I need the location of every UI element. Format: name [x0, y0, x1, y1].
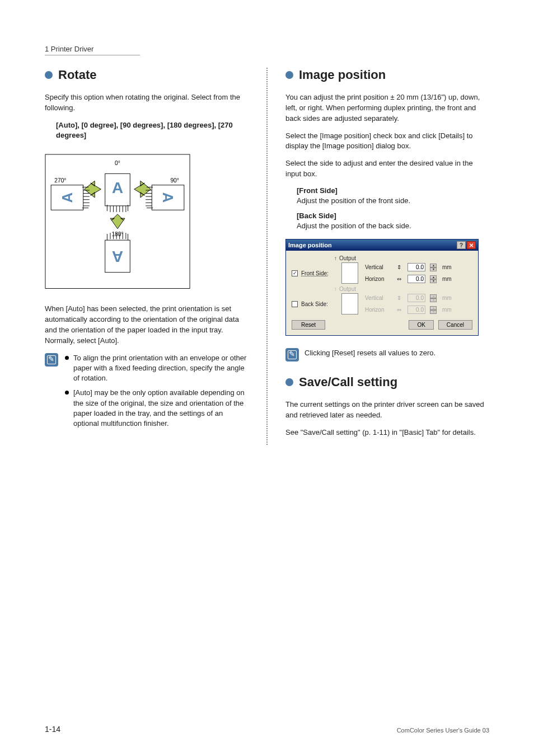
rotate-title: Rotate	[58, 68, 96, 82]
leftright-icon: ⇔	[395, 276, 403, 282]
spin-up-icon: ▴	[430, 294, 437, 298]
svg-text:A: A	[112, 248, 123, 265]
right-column: Image position You can adjust the print …	[274, 68, 489, 445]
rotate-intro: Specify this option when rotating the or…	[45, 92, 249, 114]
column-divider	[266, 68, 268, 445]
imgpos-heading: Image position	[285, 68, 489, 82]
back-side-d: Adjust the position of the back side.	[297, 221, 489, 231]
spin-down-icon: ▾	[430, 298, 437, 302]
rotate-diagram: 0° 90° 180° 270° A	[45, 154, 190, 289]
back-vertical-input	[407, 294, 425, 302]
help-icon[interactable]: ?	[457, 241, 466, 249]
rotate-options: [Auto], [0 degree], [90 degrees], [180 d…	[56, 120, 249, 140]
vertical-label: Vertical	[365, 264, 391, 270]
back-side-label: Back Side:	[301, 301, 335, 307]
imgpos-note-box: Clicking [Reset] resets all values to ze…	[285, 348, 489, 363]
back-horizon-input	[407, 306, 425, 314]
imgpos-p2: Select the [Image position] check box an…	[285, 131, 489, 152]
back-side-h: [Back Side]	[297, 212, 489, 220]
front-vertical-input[interactable]	[407, 263, 425, 271]
front-preview-thumb	[341, 262, 358, 284]
bullet-icon	[65, 356, 69, 360]
output-label: Output	[339, 255, 356, 261]
spin-up-icon: ▴	[430, 306, 437, 310]
note-text: Clicking [Reset] resets all values to ze…	[305, 348, 435, 358]
vertical-label-dis: Vertical	[365, 295, 391, 301]
dialog-titlebar: Image position ? ✕	[286, 240, 478, 251]
rotate-auto-desc: When [Auto] has been selected, the print…	[45, 304, 249, 346]
savecall-title: Save/Call setting	[299, 375, 397, 389]
updown-icon: ⇕	[395, 264, 403, 270]
deg-90: 90°	[170, 177, 179, 184]
deg-0: 0°	[115, 160, 120, 166]
spin-up-icon[interactable]: ▴	[430, 275, 437, 279]
breadcrumb: 1 Printer Driver	[45, 45, 140, 55]
image-position-dialog: Image position ? ✕ ↑Output ✓ Front Side:…	[285, 239, 479, 336]
mm-label: mm	[442, 264, 452, 270]
dialog-title-text: Image position	[288, 242, 332, 248]
savecall-p1: The current settings on the printer driv…	[285, 400, 489, 421]
left-column: Rotate Specify this option when rotating…	[45, 68, 260, 445]
back-preview-thumb	[341, 293, 358, 314]
bullet-icon	[285, 71, 293, 79]
rotate-note-box: To align the print orientation with an e…	[45, 353, 249, 433]
deg-270: 270°	[54, 177, 66, 184]
front-side-d: Adjust the position of the front side.	[297, 196, 489, 206]
bullet-icon	[285, 378, 293, 386]
note-text: To align the print orientation with an e…	[73, 353, 249, 384]
output-label-dis: Output	[339, 286, 356, 292]
svg-text:A: A	[160, 192, 176, 203]
front-checkbox[interactable]: ✓	[292, 270, 298, 276]
note-icon	[45, 353, 58, 367]
reset-button[interactable]: Reset	[292, 320, 325, 330]
bullet-icon	[65, 391, 69, 395]
savecall-heading: Save/Call setting	[285, 375, 489, 389]
spin-down-icon[interactable]: ▾	[430, 267, 437, 271]
svg-text:A: A	[112, 179, 123, 196]
mm-label-dis: mm	[442, 307, 452, 313]
note-item: [Auto] may be the only option available …	[64, 388, 249, 429]
arrow-up-icon: ↑	[334, 286, 337, 292]
leftright-icon: ⇔	[395, 307, 403, 313]
note-item: To align the print orientation with an e…	[64, 353, 249, 384]
back-checkbox[interactable]	[292, 301, 298, 307]
front-side-label: Front Side:	[301, 270, 335, 276]
spin-down-icon[interactable]: ▾	[430, 279, 437, 283]
front-horizon-input[interactable]	[407, 275, 425, 283]
horizon-label-dis: Horizon	[365, 307, 391, 313]
note-item: Clicking [Reset] resets all values to ze…	[305, 348, 489, 358]
spin-up-icon[interactable]: ▴	[430, 264, 437, 267]
close-icon[interactable]: ✕	[467, 241, 476, 249]
note-text: [Auto] may be the only option available …	[73, 388, 249, 429]
bullet-icon	[45, 71, 53, 79]
imgpos-title: Image position	[299, 68, 386, 82]
note-icon	[285, 348, 299, 361]
rotate-heading: Rotate	[45, 68, 249, 82]
imgpos-p1: You can adjust the print position ± 20 m…	[285, 92, 489, 124]
footer-text: ComColor Series User's Guide 03	[397, 727, 489, 734]
page-number: 1-14	[45, 725, 60, 734]
mm-label-dis: mm	[442, 295, 452, 301]
arrow-up-icon: ↑	[334, 255, 337, 261]
spin-down-icon: ▾	[430, 310, 437, 314]
horizon-label: Horizon	[365, 276, 391, 282]
cancel-button[interactable]: Cancel	[438, 320, 472, 330]
mm-label: mm	[442, 276, 452, 282]
ok-button[interactable]: OK	[409, 320, 433, 330]
svg-text:A: A	[59, 192, 76, 203]
front-side-h: [Front Side]	[297, 186, 489, 195]
imgpos-p3: Select the side to adjust and enter the …	[285, 158, 489, 180]
updown-icon: ⇕	[395, 295, 403, 301]
savecall-p2: See "Save/Call setting" (p. 1-11) in "[B…	[285, 428, 489, 438]
